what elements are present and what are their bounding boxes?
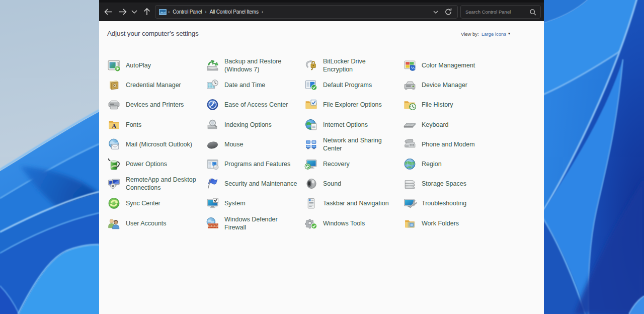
svg-text:A: A: [112, 122, 117, 130]
